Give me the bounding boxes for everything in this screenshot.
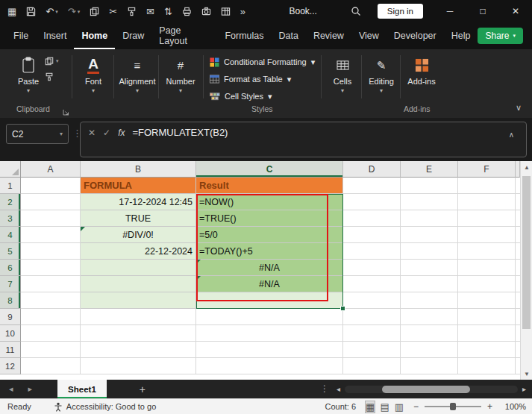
column-header-D[interactable]: D xyxy=(343,161,401,178)
tab-developer[interactable]: Developer xyxy=(387,22,444,49)
cancel-icon[interactable]: ✕ xyxy=(88,127,96,139)
row-header-10[interactable]: 10 xyxy=(0,325,21,342)
tab-formulas[interactable]: Formulas xyxy=(217,22,271,49)
sign-in-button[interactable]: Sign in xyxy=(378,4,423,19)
row-header-5[interactable]: 5 xyxy=(0,243,21,260)
cell-B1[interactable]: FORMULA xyxy=(81,178,196,194)
cell-C8[interactable] xyxy=(196,292,343,309)
alignment-group-button[interactable]: ≡ Alignment ▾ xyxy=(117,53,157,94)
cell-B2[interactable]: 17-12-2024 12:45 xyxy=(81,194,196,210)
app-grid-icon[interactable]: ▦ xyxy=(7,7,16,16)
expand-formula-bar-icon[interactable]: ∧ xyxy=(509,131,514,139)
cell-C4[interactable]: =5/0 xyxy=(196,227,343,243)
save-icon[interactable] xyxy=(26,7,36,16)
scroll-left-icon[interactable]: ◂ xyxy=(337,385,340,393)
row-header-7[interactable]: 7 xyxy=(0,276,21,292)
sort-icon[interactable]: ⇅ xyxy=(164,7,172,16)
number-group-button[interactable]: # Number ▾ xyxy=(162,53,199,94)
column-header-A[interactable]: A xyxy=(21,161,81,178)
zoom-slider[interactable] xyxy=(425,406,481,407)
format-as-table-button[interactable]: Format as Table ▾ xyxy=(210,72,291,86)
cell-styles-button[interactable]: Cell Styles ▾ xyxy=(210,90,272,103)
zoom-level[interactable]: 100% xyxy=(502,402,526,411)
minimize-button[interactable]: ─ xyxy=(434,0,466,22)
cell-B5[interactable]: 22-12-2024 xyxy=(81,243,196,260)
cell-C1[interactable]: Result xyxy=(196,178,343,194)
new-sheet-button[interactable]: + xyxy=(140,383,145,395)
cell-C3[interactable]: =TRUE() xyxy=(196,210,343,227)
scroll-right-icon[interactable]: ▸ xyxy=(522,385,526,393)
column-header-B[interactable]: B xyxy=(81,161,196,178)
format-painter-button[interactable] xyxy=(45,72,59,81)
row-header-8[interactable]: 8 xyxy=(0,292,21,309)
redo-button[interactable]: ↷▾ xyxy=(68,7,80,16)
row-header-4[interactable]: 4 xyxy=(0,227,21,243)
tab-help[interactable]: Help xyxy=(444,22,478,49)
column-header-F[interactable]: F xyxy=(458,161,516,178)
insert-function-icon[interactable]: fx xyxy=(118,127,125,139)
cut-icon[interactable]: ✂ xyxy=(109,7,117,16)
cell-C2[interactable]: =NOW() xyxy=(196,194,343,210)
page-break-view-icon[interactable]: ▥ xyxy=(395,401,404,413)
column-header-E[interactable]: E xyxy=(401,161,458,178)
previous-sheet-icon[interactable]: ◂ xyxy=(9,384,13,394)
cell-C7[interactable]: #N/A xyxy=(196,276,343,292)
conditional-formatting-button[interactable]: Conditional Formatting ▾ xyxy=(210,55,315,69)
cell-B8[interactable] xyxy=(81,292,196,309)
name-box-caret-icon[interactable]: ▾ xyxy=(60,131,63,137)
horizontal-scroll-track[interactable] xyxy=(345,386,518,393)
tab-insert[interactable]: Insert xyxy=(36,22,74,49)
maximize-button[interactable]: □ xyxy=(466,0,499,22)
zoom-in-icon[interactable]: + xyxy=(487,401,492,412)
tab-file[interactable]: File xyxy=(6,22,36,49)
tab-view[interactable]: View xyxy=(351,22,387,49)
row-header-3[interactable]: 3 xyxy=(0,210,21,227)
editing-group-button[interactable]: ✎ Editing ▾ xyxy=(363,53,399,94)
name-box[interactable]: C2 ▾ xyxy=(6,124,69,144)
vertical-scrollbar[interactable]: ▲ ▼ xyxy=(520,161,532,380)
share-button[interactable]: Share▾ xyxy=(478,28,523,44)
row-header-9[interactable]: 9 xyxy=(0,309,21,325)
row-header-11[interactable]: 11 xyxy=(0,342,21,358)
scroll-up-icon[interactable]: ▲ xyxy=(521,161,532,173)
select-all-corner[interactable] xyxy=(0,161,21,178)
toolbar-overflow-icon[interactable]: » xyxy=(240,7,245,16)
zoom-out-icon[interactable]: − xyxy=(413,401,419,412)
row-header-12[interactable]: 12 xyxy=(0,358,21,374)
horizontal-scroll-thumb[interactable] xyxy=(382,386,470,393)
print-icon[interactable] xyxy=(182,7,192,16)
table-icon[interactable] xyxy=(221,7,231,16)
fill-handle[interactable] xyxy=(340,306,345,311)
camera-icon[interactable] xyxy=(201,7,211,16)
cell-C5[interactable]: =TODAY()+5 xyxy=(196,243,343,260)
scroll-down-icon[interactable]: ▼ xyxy=(521,368,532,380)
cell-B7[interactable] xyxy=(81,276,196,292)
search-icon[interactable] xyxy=(351,6,361,16)
clipboard-dialog-launcher-icon[interactable] xyxy=(63,105,69,119)
cell-B4[interactable]: #DIV/0! xyxy=(81,227,196,243)
sheet-more-icon[interactable]: ⋮ xyxy=(320,383,329,394)
accessibility-status[interactable]: Accessibility: Good to go xyxy=(54,402,156,412)
copy-icon[interactable] xyxy=(90,7,99,16)
copy-button[interactable]: ▾ xyxy=(45,57,59,66)
vertical-scroll-thumb[interactable] xyxy=(522,176,531,329)
row-header-2[interactable]: 2 xyxy=(0,194,21,210)
mail-icon[interactable]: ✉ xyxy=(146,7,154,16)
horizontal-scrollbar[interactable]: ◂ ▸ xyxy=(337,383,526,395)
tab-page-layout[interactable]: Page Layout xyxy=(151,22,217,49)
normal-view-icon[interactable]: ▦ xyxy=(366,401,375,413)
cell-B3[interactable]: TRUE xyxy=(81,210,196,227)
sheet-tab-sheet1[interactable]: Sheet1 xyxy=(57,380,107,398)
font-group-button[interactable]: A Font ▾ xyxy=(76,53,110,94)
column-header-C[interactable]: C xyxy=(196,161,343,178)
format-painter-icon[interactable] xyxy=(127,7,137,16)
page-layout-view-icon[interactable]: ▤ xyxy=(380,401,389,413)
addins-button[interactable]: Add-ins xyxy=(404,53,439,86)
cells-group-button[interactable]: Cells ▾ xyxy=(325,53,360,94)
paste-button[interactable]: Paste ▾ xyxy=(12,53,45,94)
formula-input[interactable]: ✕ ✓ fx =FORMULATEXT(B2) ∧ xyxy=(80,122,527,157)
tab-home[interactable]: Home xyxy=(74,22,115,49)
row-header-1[interactable]: 1 xyxy=(0,178,21,194)
cell-B6[interactable] xyxy=(81,260,196,276)
row-header-6[interactable]: 6 xyxy=(0,260,21,276)
